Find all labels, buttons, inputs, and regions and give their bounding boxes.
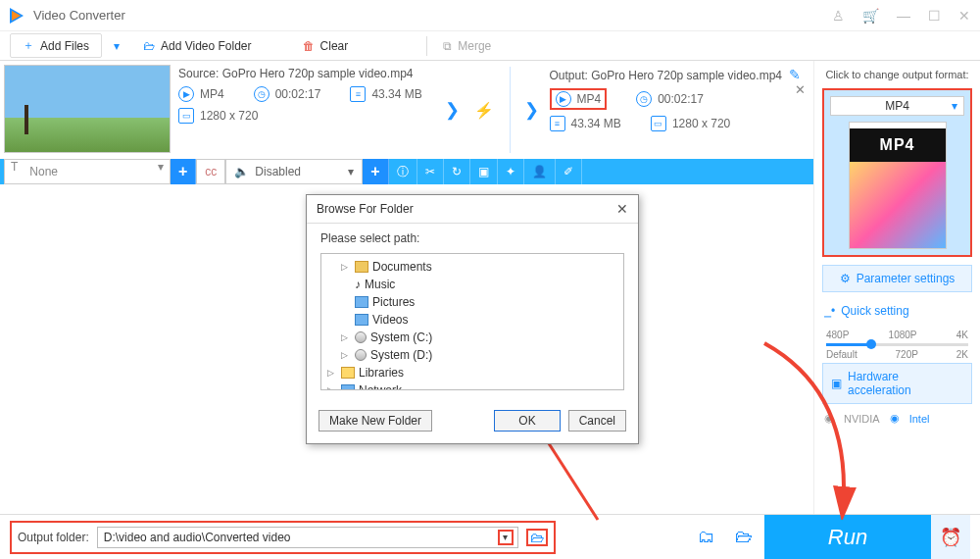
info-tool-icon[interactable]: ⓘ	[389, 159, 417, 184]
make-new-folder-button[interactable]: Make New Folder	[318, 410, 432, 432]
bottom-bar: Output folder: D:\video and audio\Conver…	[0, 514, 980, 559]
cart-icon[interactable]: 🛒	[862, 8, 879, 24]
edit-toolbar: TNone▾ + cc 🔈Disabled▾ + ⓘ ✂ ↻ ▣ ✦ 👤 ✐	[0, 159, 813, 184]
app-title: Video Converter	[33, 8, 832, 23]
merge-icon: ⧉	[443, 39, 452, 53]
effects-tool-icon[interactable]: ✦	[498, 159, 524, 184]
format-icon: ▶	[178, 86, 194, 102]
format-header: Click to change output format:	[822, 69, 972, 80]
add-files-dropdown-icon[interactable]: ▾	[106, 39, 127, 53]
task-list-icon[interactable]: 🗂	[698, 527, 715, 547]
add-files-label: Add Files	[40, 39, 89, 53]
format-value: MP4	[885, 99, 909, 113]
subtitle-select[interactable]: TNone▾	[4, 159, 171, 184]
disk-icon	[355, 349, 367, 361]
nvidia-icon: ◉	[824, 412, 834, 425]
folder-tree[interactable]: ▷Documents ♪Music Pictures Videos ▷Syste…	[320, 253, 624, 390]
output-resolution: 1280 x 720	[672, 117, 730, 130]
open-folder-icon[interactable]: 🗁	[735, 527, 753, 547]
intel-icon: ◉	[890, 412, 900, 425]
output-format[interactable]: MP4	[577, 92, 602, 106]
clear-label: Clear	[320, 39, 349, 53]
add-folder-button[interactable]: 🗁Add Video Folder	[131, 36, 264, 56]
close-window-icon[interactable]: ✕	[958, 8, 970, 24]
pictures-icon	[355, 296, 368, 308]
subtitle-tool-icon[interactable]: ✐	[556, 159, 582, 184]
output-folder-input[interactable]: D:\video and audio\Converted video▾	[97, 527, 518, 548]
chevron-down-icon: ▾	[348, 165, 354, 178]
speaker-icon: 🔈	[234, 165, 249, 178]
add-files-button[interactable]: ＋Add Files	[10, 33, 102, 58]
quick-setting-label: ⎯•Quick setting	[822, 300, 972, 322]
lightning-icon: ⚡	[474, 101, 494, 120]
schedule-icon[interactable]: ⏰	[931, 515, 970, 560]
arrow-icon: ❯	[522, 67, 542, 153]
user-icon[interactable]: ♙	[832, 8, 845, 24]
source-duration: 00:02:17	[275, 87, 321, 101]
folder-plus-icon: 🗁	[143, 39, 155, 53]
output-folder-path: D:\video and audio\Converted video	[104, 531, 291, 544]
arrow-icon: ❯	[443, 67, 463, 153]
add-subtitle-button[interactable]: +	[171, 159, 196, 184]
maximize-icon[interactable]: ☐	[928, 8, 941, 24]
network-icon	[341, 384, 355, 390]
trash-icon: 🗑	[303, 39, 315, 53]
clear-button[interactable]: 🗑Clear	[291, 36, 361, 56]
video-thumbnail[interactable]	[4, 65, 171, 153]
cancel-button[interactable]: Cancel	[568, 410, 626, 432]
edit-icon[interactable]: ✎	[789, 67, 801, 82]
source-format: MP4	[200, 87, 224, 101]
output-size: 43.34 MB	[571, 117, 621, 130]
folder-dropdown-icon[interactable]: ▾	[498, 530, 514, 545]
merge-button[interactable]: ⧉Merge	[431, 36, 503, 56]
clock-icon: ◷	[254, 86, 270, 102]
resolution-icon: ▭	[651, 116, 666, 131]
file-row: Source: GoPro Hero 720p sample video.mp4…	[0, 61, 813, 159]
browse-folder-button[interactable]: 🗁	[526, 529, 548, 546]
dialog-title: Browse For Folder	[317, 202, 414, 216]
parameter-settings-button[interactable]: ⚙Parameter settings	[822, 265, 972, 292]
cc-button[interactable]: cc	[196, 159, 225, 184]
remove-file-icon[interactable]: ✕	[795, 82, 806, 97]
minimize-icon[interactable]: —	[897, 8, 910, 24]
output-folder-group: Output folder: D:\video and audio\Conver…	[10, 521, 556, 554]
videos-icon	[355, 314, 368, 326]
hw-label: Hardware acceleration	[848, 370, 963, 397]
chevron-down-icon: ▾	[952, 99, 957, 113]
format-icon: ▶	[556, 91, 571, 107]
chevron-down-icon: ▾	[152, 160, 170, 183]
file-icon: ≡	[550, 116, 565, 131]
format-tile-label: MP4	[850, 128, 946, 162]
output-label: Output:	[550, 69, 588, 82]
rotate-tool-icon[interactable]: ↻	[444, 159, 470, 184]
output-folder-label: Output folder:	[18, 531, 89, 544]
crop-tool-icon[interactable]: ▣	[470, 159, 498, 184]
resolution-icon: ▭	[178, 108, 194, 124]
libraries-icon	[341, 367, 355, 379]
audio-select[interactable]: 🔈Disabled▾	[225, 159, 363, 184]
source-name: GoPro Hero 720p sample video.mp4	[222, 67, 414, 80]
folder-icon	[355, 261, 368, 273]
plus-icon: ＋	[23, 37, 34, 54]
dialog-close-icon[interactable]: ✕	[616, 201, 628, 217]
add-audio-button[interactable]: +	[363, 159, 388, 184]
right-panel: Click to change output format: MP4▾ MP4 …	[813, 61, 980, 514]
source-size: 43.34 MB	[371, 87, 421, 101]
ok-button[interactable]: OK	[494, 410, 560, 432]
chip-icon: ▣	[831, 377, 842, 390]
music-icon: ♪	[355, 276, 361, 293]
add-folder-label: Add Video Folder	[161, 39, 252, 53]
hw-accel-button[interactable]: ▣Hardware acceleration	[822, 363, 972, 404]
watermark-tool-icon[interactable]: 👤	[524, 159, 556, 184]
disk-icon	[355, 331, 367, 343]
main-toolbar: ＋Add Files ▾ 🗁Add Video Folder 🗑Clear ⧉M…	[0, 31, 980, 61]
resolution-slider[interactable]: 480P1080P4K Default720P2K	[822, 330, 972, 355]
output-duration: 00:02:17	[658, 92, 704, 106]
cut-tool-icon[interactable]: ✂	[417, 159, 444, 184]
run-button[interactable]: Run	[764, 515, 931, 560]
output-format-box[interactable]: MP4▾ MP4	[822, 88, 972, 257]
sliders-icon: ⚙	[840, 272, 851, 285]
output-name: GoPro Hero 720p sample video.mp4	[591, 69, 782, 82]
subtitle-value: None	[24, 160, 152, 183]
titlebar: Video Converter ♙ 🛒 — ☐ ✕	[0, 0, 980, 31]
